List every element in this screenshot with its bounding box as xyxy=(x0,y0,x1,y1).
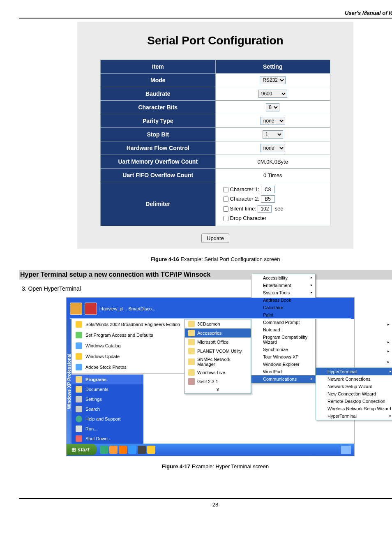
mode-select[interactable]: RS232 xyxy=(260,76,286,84)
expand-item[interactable]: ¥ xyxy=(185,386,251,393)
menu-item[interactable]: Address Book xyxy=(251,296,315,304)
menu-item[interactable]: Windows Catalog xyxy=(71,340,184,351)
tray-lang-icon[interactable] xyxy=(341,446,351,454)
menu-item[interactable]: Tour Windows XP xyxy=(251,353,315,361)
figure-4-16-caption: Figure 4-16 Figure 4-16 Example: Serial … xyxy=(19,256,392,262)
stopbit-select[interactable]: 1 xyxy=(263,130,283,139)
menu-item[interactable]: SolarWinds 2002 Broadband Engineers Edit… xyxy=(71,319,184,330)
menu-item[interactable]: Windows Update xyxy=(71,351,184,362)
accessories-item[interactable]: Accessories▸ xyxy=(185,328,251,338)
app-icon xyxy=(188,378,195,385)
panel-title: Serial Port Configuration xyxy=(77,34,353,47)
silent-label: Silent time: xyxy=(230,206,256,212)
menu-item[interactable]: Network Connections xyxy=(316,375,392,383)
menu-item[interactable]: PLANET VCOM Utility▸ xyxy=(185,347,251,356)
menu-item[interactable]: Notepad xyxy=(251,326,315,333)
silent-input[interactable] xyxy=(258,205,272,213)
communications-item[interactable]: Communications▸ xyxy=(251,375,315,383)
recent-programs-list: SolarWinds 2002 Broadband Engineers Edit… xyxy=(71,319,184,374)
app-icon xyxy=(76,342,82,349)
hwflow-select[interactable]: none xyxy=(261,144,285,152)
menu-item[interactable]: Getif 2.3.1 xyxy=(185,377,251,386)
char2-input[interactable] xyxy=(261,195,275,203)
menu-item[interactable]: Windows Live▸ xyxy=(185,368,251,377)
row-charbits-label: Character Bits xyxy=(101,101,216,114)
char1-input[interactable] xyxy=(261,186,275,193)
parity-select[interactable]: none xyxy=(261,117,285,125)
accessories-submenu: Accessibility▸ Entertainment▸ System Too… xyxy=(251,274,316,383)
menu-item[interactable]: Calculator xyxy=(251,304,315,311)
menu-item[interactable]: Entertainment▸ xyxy=(251,282,315,289)
figure-4-17-caption: Figure 4-17 Example: Hyper Terminal scre… xyxy=(19,463,392,469)
update-button[interactable]: Update xyxy=(201,234,229,243)
menu-item[interactable]: WordPad xyxy=(251,368,315,375)
menu-item[interactable]: Program Compatibility Wizard xyxy=(251,333,315,346)
tray-icon[interactable] xyxy=(147,446,155,454)
menu-item[interactable]: Microsoft Office▸ xyxy=(185,338,251,347)
help-item[interactable]: Help and Support xyxy=(71,414,143,424)
communications-submenu: HyperTerminal▸ Network Connections Netwo… xyxy=(316,368,392,420)
user-avatar-icon xyxy=(70,303,82,315)
menu-item[interactable]: 3CDaemon xyxy=(185,319,251,328)
search-item[interactable]: Search▸ xyxy=(71,404,143,414)
shutdown-item[interactable]: Shut Down... xyxy=(71,434,143,444)
app-icon xyxy=(76,332,82,338)
menu-item[interactable]: Synchronize xyxy=(251,346,315,353)
folder-icon xyxy=(76,386,82,393)
hyperterminal-item[interactable]: HyperTerminal▸ xyxy=(316,368,392,375)
char1-checkbox[interactable] xyxy=(223,187,228,192)
col-setting: Setting xyxy=(215,60,330,74)
menu-item[interactable]: Set Program Access and Defaults xyxy=(71,330,184,340)
start-menu-screenshot: irfanview_pl... SmartDisco... Windows XP… xyxy=(67,298,354,456)
menu-item[interactable]: Command Prompt xyxy=(251,319,315,326)
tray-icon[interactable] xyxy=(138,446,146,454)
folder-icon xyxy=(76,376,82,383)
user-avatar-icon-2 xyxy=(85,303,97,315)
gear-icon xyxy=(76,396,82,402)
menu-item[interactable]: New Connection Wizard xyxy=(316,390,392,398)
row-baud-label: Baudrate xyxy=(101,87,216,101)
row-hwflow-label: Hardware Flow Control xyxy=(101,141,216,155)
charbits-select[interactable]: 8 xyxy=(266,103,279,111)
drop-checkbox[interactable] xyxy=(223,216,228,221)
menu-item[interactable]: Windows Explorer xyxy=(251,361,315,368)
tray-icon[interactable] xyxy=(119,446,127,454)
menu-item[interactable]: Network Setup Wizard xyxy=(316,383,392,390)
power-icon xyxy=(76,435,82,442)
start-menu-main: Programs▸ Documents▸ Settings▸ Search▸ H… xyxy=(71,375,143,444)
folder-icon xyxy=(188,358,195,365)
run-icon xyxy=(76,426,82,432)
app-icon xyxy=(76,364,82,370)
drop-label: Drop Character xyxy=(230,215,267,221)
tray-icon[interactable] xyxy=(109,446,118,454)
menu-item[interactable]: HyperTerminal▸ xyxy=(316,412,392,420)
tray-icon[interactable] xyxy=(128,446,136,454)
app-icon xyxy=(76,353,82,360)
programs-item[interactable]: Programs▸ xyxy=(71,375,143,384)
char2-checkbox[interactable] xyxy=(223,197,228,202)
documents-item[interactable]: Documents▸ xyxy=(71,384,143,394)
folder-icon xyxy=(188,339,195,345)
section-heading: Hyper Terminal setup a new connection wi… xyxy=(19,270,392,280)
search-icon xyxy=(76,406,82,412)
menu-item[interactable]: Paint xyxy=(251,311,315,319)
silent-checkbox[interactable] xyxy=(223,206,228,212)
tray-icon[interactable] xyxy=(100,446,108,454)
menu-item[interactable]: Remote Desktop Connection xyxy=(316,398,392,405)
settings-item[interactable]: Settings▸ xyxy=(71,394,143,404)
menu-item[interactable]: Wireless Network Setup Wizard xyxy=(316,405,392,412)
menu-item[interactable]: SNMPc Network Manager▸ xyxy=(185,356,251,368)
silent-unit: sec xyxy=(275,206,283,212)
menu-item[interactable]: Adobe Stock Photos xyxy=(71,362,184,372)
menu-item[interactable]: Accessibility▸ xyxy=(251,274,315,282)
baud-select[interactable]: 9600 xyxy=(258,90,287,98)
config-table: ItemSetting ModeRS232 Baudrate9600 Chara… xyxy=(100,60,330,226)
start-button[interactable]: ⊞start xyxy=(67,444,97,455)
folder-icon xyxy=(188,369,195,376)
run-item[interactable]: Run... xyxy=(71,424,143,434)
row-parity-label: Parity Type xyxy=(101,114,216,128)
help-icon xyxy=(76,416,82,422)
menu-item[interactable]: System Tools▸ xyxy=(251,289,315,296)
doc-title: User's Manual of ICS-210x xyxy=(19,10,392,18)
folder-icon xyxy=(188,348,195,354)
